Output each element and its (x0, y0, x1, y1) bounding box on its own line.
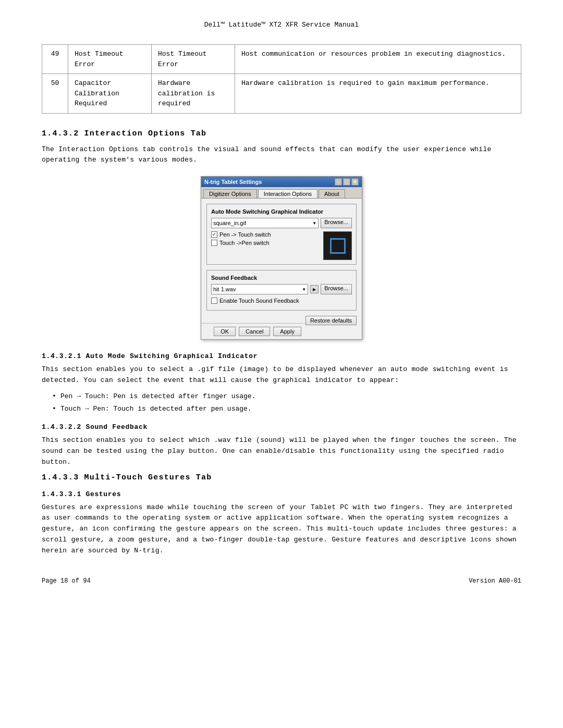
apply-button[interactable]: Apply (273, 327, 301, 336)
dropdown-arrow-icon: ▼ (312, 221, 316, 226)
dropdown-row: square_in.gif ▼ Browse... (211, 218, 352, 228)
bullet-list: Pen → Touch: Pen is detected after finge… (52, 391, 521, 415)
list-item: Pen → Touch: Pen is detected after finge… (52, 391, 521, 402)
checkbox-pen-touch-label: Pen -> Touch switch (219, 231, 271, 238)
col2-cell: Host TimeoutError (68, 45, 152, 74)
section-heading-1433: 1.4.3.3 Multi-Touch Gestures Tab (42, 473, 521, 482)
version-number: Version A00-01 (469, 577, 521, 585)
list-item: Touch → Pen: Touch is detected after pen… (52, 404, 521, 415)
dialog-window: N-trig Tablet Settings ─ □ ✕ Digitizer O… (201, 176, 362, 340)
preview-square-icon (330, 238, 346, 254)
dialog-tabs: Digitizer Options Interaction Options Ab… (201, 187, 362, 199)
error-table: 49 Host TimeoutError Host TimeoutError H… (42, 44, 521, 114)
page-footer: Page 18 of 94 Version A00-01 (42, 577, 521, 585)
restore-defaults-button[interactable]: Restore defaults (305, 316, 357, 325)
checkbox-enable-touch: Enable Touch Sound Feedback (211, 298, 352, 304)
enable-touch-label: Enable Touch Sound Feedback (219, 298, 299, 304)
subsection-heading-14331: 1.4.3.3.1 Gestures (42, 490, 521, 498)
sound-browse-button[interactable]: Browse... (321, 284, 352, 294)
ok-button[interactable]: OK (214, 327, 236, 336)
section-intro: The Interaction Options tab controls the… (42, 144, 521, 166)
screenshot-container: N-trig Tablet Settings ─ □ ✕ Digitizer O… (42, 176, 521, 340)
checkbox-pen-touch: ✓ Pen -> Touch switch (211, 231, 319, 238)
tab-interaction-options[interactable]: Interaction Options (258, 189, 317, 198)
group-sound-feedback: Sound Feedback hit 1.wav ▼ ▶ Browse... E… (206, 270, 357, 311)
dialog-body: Auto Mode Switching Graphical Indicator … (201, 199, 362, 323)
minimize-button[interactable]: ─ (335, 178, 342, 186)
section-heading-1432: 1.4.3.2 Interaction Options Tab (42, 129, 521, 138)
col4-cell: Host communication or resources problem … (235, 45, 521, 74)
col2-cell: CapacitorCalibrationRequired (68, 74, 152, 114)
restore-area: Restore defaults (206, 316, 357, 318)
dialog-footer: OK Cancel Apply (201, 323, 305, 339)
sound-row: hit 1.wav ▼ ▶ Browse... (211, 284, 352, 294)
table-row: 49 Host TimeoutError Host TimeoutError H… (42, 45, 521, 74)
page-header: Dell™ Latitude™ XT2 XFR Service Manual (42, 21, 521, 29)
subsection-heading-14321: 1.4.3.2.1 Auto Mode Switching Graphical … (42, 352, 521, 360)
subsection-heading-14322: 1.4.3.2.2 Sound Feedback (42, 423, 521, 431)
dialog-title: N-trig Tablet Settings (204, 179, 262, 185)
group1-label: Auto Mode Switching Graphical Indicator (211, 208, 352, 215)
preview-box (323, 231, 352, 260)
checkbox-touch-pen-input[interactable] (211, 240, 217, 246)
tab-digitizer-options[interactable]: Digitizer Options (203, 189, 257, 198)
row-num: 49 (42, 45, 68, 74)
subsection2-text: This section enables you to select which… (42, 435, 521, 467)
titlebar-controls: ─ □ ✕ (335, 178, 359, 186)
checkbox-touch-pen: Touch ->Pen switch (211, 240, 319, 246)
col3-cell: Host TimeoutError (152, 45, 235, 74)
page-number: Page 18 of 94 (42, 577, 91, 585)
col4-cell: Hardware calibration is required to gain… (235, 74, 521, 114)
checkboxes-col: ✓ Pen -> Touch switch Touch ->Pen switch (211, 231, 319, 248)
subsection1-text: This section enables you to select a .gi… (42, 364, 521, 386)
col3-cell: Hardwarecalibration isrequired (152, 74, 235, 114)
browse-button[interactable]: Browse... (321, 218, 352, 228)
dialog-titlebar: N-trig Tablet Settings ─ □ ✕ (201, 177, 362, 187)
table-row: 50 CapacitorCalibrationRequired Hardware… (42, 74, 521, 114)
header-title: Dell™ Latitude™ XT2 XFR Service Manual (204, 21, 359, 29)
close-button[interactable]: ✕ (351, 178, 359, 186)
subsection3-text: Gestures are expressions made while touc… (42, 502, 521, 557)
content-preview: ✓ Pen -> Touch switch Touch ->Pen switch (211, 231, 352, 260)
group-auto-mode: Auto Mode Switching Graphical Indicator … (206, 204, 357, 265)
sound-dropdown-arrow-icon: ▼ (302, 287, 306, 292)
group2-label: Sound Feedback (211, 275, 352, 281)
play-button[interactable]: ▶ (310, 285, 319, 293)
checkbox-pen-touch-input[interactable]: ✓ (211, 231, 217, 238)
tab-about[interactable]: About (319, 189, 345, 198)
checkbox-touch-pen-label: Touch ->Pen switch (219, 240, 270, 246)
row-num: 50 (42, 74, 68, 114)
cancel-button[interactable]: Cancel (239, 327, 270, 336)
enable-touch-checkbox[interactable] (211, 298, 217, 304)
gif-dropdown[interactable]: square_in.gif ▼ (211, 218, 319, 228)
maximize-button[interactable]: □ (343, 178, 350, 186)
sound-dropdown[interactable]: hit 1.wav ▼ (211, 284, 308, 294)
